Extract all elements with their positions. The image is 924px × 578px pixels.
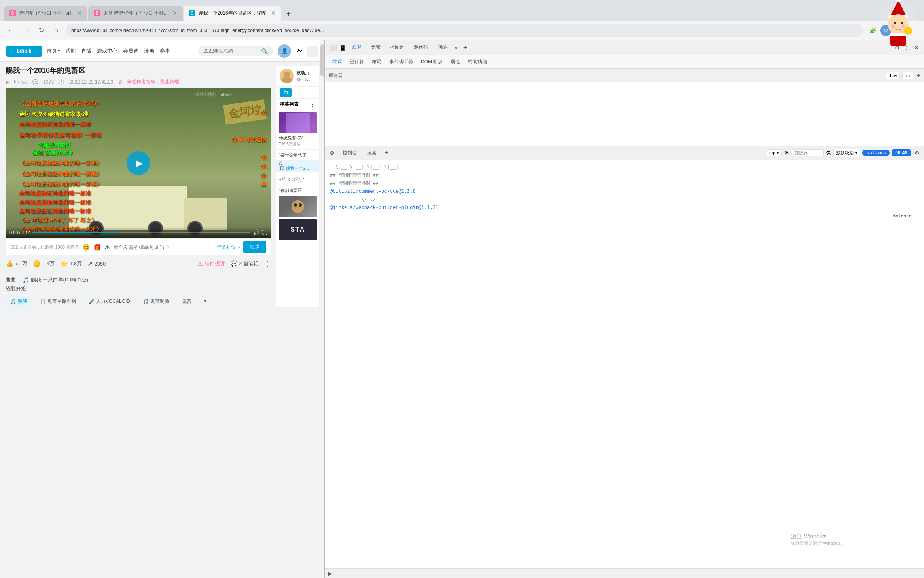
- console-add-btn[interactable]: +: [383, 149, 391, 157]
- tab-close-3[interactable]: ✕: [271, 10, 276, 16]
- tab-close-1[interactable]: ✕: [77, 10, 82, 16]
- tab-2[interactable]: B 鬼畜-哔哔哔理（ * 'つ口 千杯... ✕: [88, 6, 183, 21]
- devtools-tab-source[interactable]: 源代码: [409, 40, 433, 55]
- home-button[interactable]: ⌂: [51, 25, 62, 36]
- nav-premium[interactable]: 会员购: [123, 48, 138, 55]
- related-thumb-face[interactable]: [279, 196, 317, 217]
- console-search-input[interactable]: [792, 149, 824, 156]
- filter-plus-btn[interactable]: +: [916, 72, 921, 79]
- notes-button[interactable]: 💬 2 篇笔记: [231, 260, 259, 267]
- related-video-3[interactable]: 🎵 🎵 赐我一个2...: [276, 160, 319, 172]
- tag-more[interactable]: ▾: [199, 296, 211, 307]
- danmaku-gift-arrow: ›: [239, 245, 240, 249]
- danmaku-icon-3[interactable]: ⚠: [104, 243, 110, 251]
- bili-logo[interactable]: bilibili: [6, 46, 42, 57]
- devtools-tab-more[interactable]: »: [452, 40, 461, 55]
- favorite-button[interactable]: ⭐ 1.8万: [60, 260, 82, 268]
- sta-label: STA: [291, 226, 305, 233]
- style-tab-accessibility[interactable]: 辅助功能: [464, 55, 491, 69]
- nav-live[interactable]: 直播: [81, 48, 91, 55]
- related-video-5[interactable]: "你们鬼畜区...: [276, 185, 319, 194]
- svg-point-5: [894, 22, 896, 24]
- play-button[interactable]: ▶: [127, 151, 150, 175]
- url-input[interactable]: [66, 24, 863, 37]
- related-video-4[interactable]: 都什么年代了: [276, 174, 319, 183]
- bili-user-avatar[interactable]: 👤: [278, 44, 291, 58]
- no-issues-badge[interactable]: No Issues: [862, 150, 890, 156]
- tab-close-2[interactable]: ✕: [172, 10, 177, 16]
- nav-bangumi[interactable]: 番剧: [65, 48, 76, 55]
- back-button[interactable]: ←: [6, 25, 17, 36]
- related-video-1[interactable]: 传统鬼畜 (2/... 746.8万播放: [276, 112, 319, 148]
- share-button[interactable]: ↗ 2350: [87, 260, 106, 268]
- nav-game[interactable]: 游戏中心: [97, 48, 117, 55]
- bili-search-input[interactable]: [203, 48, 259, 54]
- related-thumb-sta[interactable]: STA: [279, 219, 317, 240]
- console-tab-search[interactable]: 搜索: [363, 146, 381, 160]
- volume-icon[interactable]: 🔊: [253, 229, 259, 236]
- search-icon[interactable]: 🔍: [261, 48, 268, 54]
- danmaku-list-label: 弹幕列表: [280, 101, 299, 108]
- tag-0[interactable]: 🎵 赐我: [6, 296, 32, 307]
- playing-icon: 🎵: [278, 161, 317, 165]
- tag-2[interactable]: 🎤 人力VOCALOID: [84, 296, 135, 307]
- console-tab-main[interactable]: 控制台: [339, 146, 361, 160]
- svg-rect-10: [890, 33, 907, 36]
- devtools-tab-elements2[interactable]: 元素: [366, 40, 385, 55]
- fullscreen-icon[interactable]: ⛶: [262, 229, 267, 236]
- progress-bar[interactable]: [32, 232, 250, 233]
- like-button[interactable]: 👍 7.1万: [6, 260, 27, 268]
- video-player[interactable]: 金坷垃 核动力路灯 bilibili 《金|鬼畜区逐渐走向复古(喜准)》 金坷 …: [6, 88, 271, 238]
- coin-button[interactable]: 🪙 1.4万: [33, 260, 55, 268]
- devtools-bottom-arrow[interactable]: ▶: [325, 568, 924, 578]
- reload-button[interactable]: ↻: [36, 25, 47, 36]
- danmaku-text-input[interactable]: [113, 244, 214, 250]
- tab-1[interactable]: B 哔哔哔（* 'つ口 千杯--billi ✕: [4, 6, 87, 21]
- code-line-3: ## MMMMMMMMMMM ##: [330, 179, 919, 187]
- nav-home[interactable]: 首页 ▾: [47, 48, 60, 55]
- devtools-tab-console[interactable]: 控制台: [385, 40, 409, 55]
- style-tab-attributes[interactable]: 属性: [447, 55, 464, 69]
- style-tab-styles[interactable]: 样式: [328, 55, 346, 69]
- console-filter-top[interactable]: top ▾: [767, 149, 782, 156]
- favorite-icon: ⭐: [60, 260, 68, 268]
- nav-esports[interactable]: 赛事: [160, 48, 170, 55]
- console-funnel-icon[interactable]: ⚗: [826, 150, 831, 156]
- send-button[interactable]: 发送: [243, 241, 266, 253]
- new-tab-button[interactable]: +: [282, 7, 295, 21]
- devtools-tab-network[interactable]: 网络: [433, 40, 452, 55]
- report-button[interactable]: ⚠ 精件投诉: [198, 260, 225, 267]
- danmaku-gift-link[interactable]: 弹幕礼仪: [217, 244, 236, 251]
- style-tab-computed[interactable]: 已计算: [346, 55, 368, 69]
- danmaku-list-icon[interactable]: ⋮: [310, 101, 316, 108]
- page-scrollbar[interactable]: [320, 40, 324, 578]
- style-tab-layout[interactable]: 布局: [368, 55, 385, 69]
- nav-manga[interactable]: 漫画: [144, 48, 154, 55]
- log-level-selector[interactable]: 默认级别 ▾: [833, 149, 860, 157]
- filter-pseudo-btn[interactable]: :hov: [886, 72, 900, 79]
- tab-3-active[interactable]: B 赐我一个2016年的鬼畜区，哔哔 ✕: [184, 6, 281, 21]
- danmaku-icon-2[interactable]: 🎁: [93, 243, 101, 251]
- scrollbar-thumb[interactable]: [320, 44, 324, 76]
- style-tab-event[interactable]: 事件侦听器: [385, 55, 417, 69]
- devtools-tab-add[interactable]: +: [461, 40, 470, 55]
- filter-cls-btn[interactable]: .cls: [902, 72, 915, 79]
- reply-button[interactable]: 为: [280, 88, 292, 97]
- tag-3[interactable]: 🎵 鬼畜调教: [138, 296, 174, 307]
- console-settings-btn[interactable]: ⚙: [913, 149, 921, 157]
- tag-1[interactable]: 📋 鬼畜星探企划: [35, 296, 81, 307]
- console-eye-icon[interactable]: 👁: [784, 150, 790, 156]
- danmaku-icon-1[interactable]: 😊: [82, 243, 90, 251]
- bili-more-icon[interactable]: □: [307, 46, 318, 57]
- bili-user-icon[interactable]: 👁: [296, 48, 302, 55]
- related-video-2[interactable]: "都什么年代了...: [276, 149, 319, 158]
- more-actions-button[interactable]: ⋮: [264, 259, 271, 268]
- bili-search-box[interactable]: 🔍: [198, 46, 273, 56]
- forward-button[interactable]: →: [21, 25, 32, 36]
- devtools-tab-elements[interactable]: 欢迎: [347, 40, 366, 55]
- style-tab-dom-break[interactable]: DOM 断点: [417, 55, 447, 69]
- devtools-device-button[interactable]: 📱: [338, 43, 347, 53]
- devtools-inspect-button[interactable]: ⬜: [328, 43, 338, 53]
- console-clear-btn[interactable]: ⊘: [328, 149, 336, 157]
- tag-4[interactable]: 鬼畜: [177, 296, 196, 307]
